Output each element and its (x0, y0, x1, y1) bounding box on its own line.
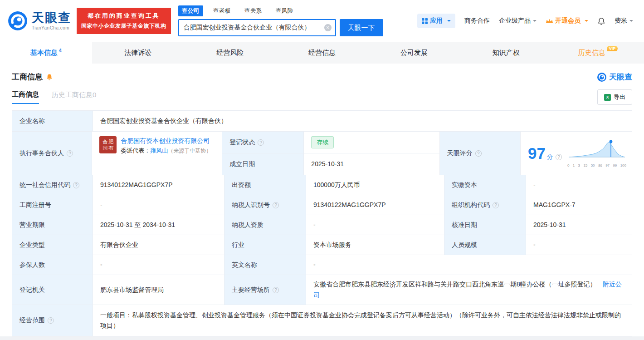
help-icon[interactable]: ? (67, 150, 73, 157)
export-button[interactable]: X 导出 (597, 89, 632, 105)
paid-capital-value: - (526, 175, 632, 195)
tab-operating-risk[interactable]: 经营风险 (184, 42, 276, 64)
paid-capital-label: 实缴资本 (444, 175, 526, 195)
tab-legal-proceedings[interactable]: 法律诉讼 (92, 42, 184, 64)
partner-logo: 合肥国有 (99, 136, 117, 153)
business-scope-value: 一般项目：私募股权投资基金管理、创业投资基金管理服务（须在中国证券投资基金业协会… (93, 305, 632, 336)
org-code-label: 组织机构代码 ? (444, 195, 526, 215)
partner-value: 合肥国有 合肥国有资本创业投资有限公司 委派代表：雍凤山（来源于中基协） (92, 132, 222, 175)
table-row: 营业期限 2025-10-31 至 2034-10-31 纳税人资质 - 核准日… (12, 215, 632, 235)
section-head: 工商信息 天眼查 (0, 72, 644, 82)
industry-label: 行业 (224, 235, 306, 255)
subscribe-bell-icon[interactable] (46, 73, 53, 81)
section-brand: 天眼查 (597, 72, 632, 82)
business-info-table: 企业名称 合肥国宏创业投资基金合伙企业（有限合伙） 执行事务合伙人 ? 合肥国有… (12, 110, 632, 336)
chevron-down-icon (585, 20, 588, 24)
rep-source: （来源于中基协） (168, 148, 211, 154)
vip-badge: VIP (607, 46, 618, 51)
insured-count-label: 参保人数 (12, 255, 93, 275)
logo-swirl-icon (597, 72, 607, 82)
footer-strip (0, 336, 644, 340)
tab-company-development[interactable]: 公司发展 (368, 42, 460, 64)
help-icon[interactable]: ? (475, 150, 482, 157)
premises-value: 安徽省合肥市肥东县肥东经济开发区祥和路与关井路交口西北角东巡一期8幢办公楼（一址… (306, 275, 632, 305)
rep-name-link[interactable]: 雍凤山 (150, 147, 168, 154)
staff-size-label: 人员规模 (444, 235, 526, 255)
subtab-history-business-info[interactable]: 历史工商信息0 (52, 91, 96, 103)
tab-history-info[interactable]: 历史信息 VIP (552, 42, 644, 64)
capital-value: 100000万人民币 (306, 175, 444, 195)
help-icon[interactable]: ? (73, 182, 79, 188)
search-input[interactable] (178, 19, 336, 36)
company-type-label: 企业类型 (12, 235, 93, 255)
clear-icon[interactable]: × (324, 24, 332, 31)
score-number: 97 分 ? (528, 140, 562, 167)
table-row: 登记机关 肥东县市场监督管理局 主要经营场所 ? 安徽省合肥市肥东县肥东经济开发… (12, 275, 632, 305)
score-axis-labels: 0 1 3 15 50 86 97 99 100 (566, 163, 627, 168)
table-row: 工商注册号 - 纳税人识别号 ? 91340122MAG1GGPX7P 组织机构… (12, 195, 632, 215)
taxpayer-quality-value: - (306, 215, 444, 235)
slogan-line2: 国家中小企业发展子基金旗下机构 (81, 22, 166, 30)
company-name-label: 企业名称 (12, 111, 93, 131)
partner-text: 合肥国有资本创业投资有限公司 委派代表：雍凤山（来源于中基协） (121, 136, 211, 155)
reg-number-value: - (93, 195, 224, 215)
tab-label: 法律诉讼 (124, 49, 151, 57)
notification-bell-icon[interactable] (597, 17, 605, 25)
nav-enterprise-products[interactable]: 企业级产品 (499, 17, 537, 25)
apps-menu[interactable]: 应用 (417, 14, 455, 28)
section-title: 工商信息 (12, 72, 53, 82)
credit-code-value: 91340122MAG1GGPX7P (93, 175, 224, 195)
slogan-line1: 都在用的商业查询工具 (81, 12, 166, 20)
nav-open-vip[interactable]: 开通会员 (546, 17, 588, 25)
credit-code-label: 统一社会信用代码 ? (12, 175, 93, 195)
business-term-value: 2025-10-31 至 2034-10-31 (93, 215, 224, 235)
search-tab-company[interactable]: 查公司 (178, 5, 203, 16)
taxpayer-id-label: 纳税人识别号 ? (224, 195, 306, 215)
help-icon[interactable]: ? (258, 139, 264, 146)
tab-basic-info[interactable]: 基本信息 4 (0, 42, 92, 64)
company-type-value: 有限合伙企业 (93, 235, 224, 255)
tab-label: 经营信息 (308, 49, 336, 57)
tab-count: 4 (59, 48, 62, 53)
search-input-wrap: × (178, 19, 336, 36)
search-tabs: 查公司 查老板 查关系 查风险 (178, 5, 383, 16)
approve-date-label: 核准日期 (444, 215, 526, 235)
search-tab-boss[interactable]: 查老板 (210, 5, 234, 16)
table-row: 经营范围 ? 一般项目：私募股权投资基金管理、创业投资基金管理服务（须在中国证券… (12, 305, 632, 336)
export-label: 导出 (614, 93, 625, 101)
tianyancha-logo[interactable]: 天眼查 TianYanCha.com (7, 10, 71, 31)
tianyan-score-cell[interactable]: 97 分 ? 0 1 3 15 50 86 97 (521, 132, 632, 175)
establish-date-value: 2025-10-31 (304, 153, 439, 175)
search-button[interactable]: 天眼一下 (340, 19, 383, 36)
taxpayer-quality-label: 纳税人资质 (224, 215, 306, 235)
tab-operating-info[interactable]: 经营信息 (276, 42, 368, 64)
english-name-value: - (306, 255, 632, 275)
business-term-label: 营业期限 (12, 215, 93, 235)
enterprise-label: 企业级产品 (499, 17, 531, 25)
search-tab-relation[interactable]: 查关系 (241, 5, 266, 16)
table-row: 执行事务合伙人 ? 合肥国有 合肥国有资本创业投资有限公司 委派代表：雍凤山（来… (12, 132, 632, 175)
score-unit: 分 (547, 152, 553, 162)
help-icon[interactable]: ? (556, 154, 562, 160)
subtab-business-info[interactable]: 工商信息 (12, 90, 39, 104)
company-name-value: 合肥国宏创业投资基金合伙企业（有限合伙） (93, 111, 632, 131)
partner-company-link[interactable]: 合肥国有资本创业投资有限公司 (121, 137, 210, 144)
nav-user[interactable]: 费米 (615, 17, 633, 25)
rep-label: 委派代表： (121, 147, 150, 154)
search-row: × 天眼一下 (178, 19, 383, 36)
tab-label: 公司发展 (400, 49, 428, 57)
score-value: 97 (528, 140, 546, 167)
help-icon[interactable]: ? (273, 202, 279, 208)
table-row: 企业名称 合肥国宏创业投资基金合伙企业（有限合伙） (12, 111, 632, 132)
tab-label: 基本信息 (30, 49, 58, 57)
help-icon[interactable]: ? (48, 317, 54, 324)
english-name-label: 英文名称 (224, 255, 306, 275)
search-tab-risk[interactable]: 查风险 (272, 5, 297, 16)
nav-business-cooperation[interactable]: 商务合作 (464, 17, 490, 25)
help-icon[interactable]: ? (273, 287, 279, 293)
excel-icon: X (604, 94, 611, 101)
tab-intellectual-property[interactable]: 知识产权 (460, 42, 552, 64)
search-block: 查公司 查老板 查关系 查风险 × 天眼一下 (178, 5, 383, 36)
help-icon[interactable]: ? (493, 202, 499, 208)
table-row: 参保人数 - 英文名称 - (12, 255, 632, 275)
